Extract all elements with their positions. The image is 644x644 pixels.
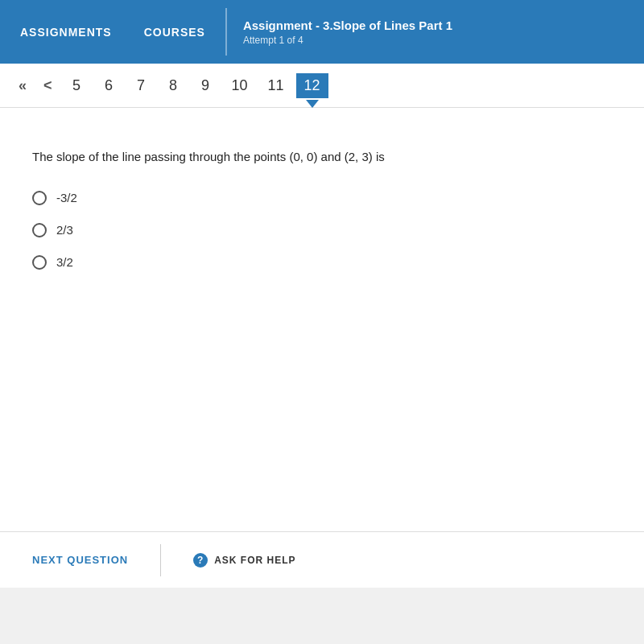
page-10[interactable]: 10 xyxy=(224,73,256,98)
next-question-button[interactable]: NEXT QUESTION xyxy=(0,554,160,566)
help-icon: ? xyxy=(193,553,208,568)
prev-one-button[interactable]: < xyxy=(37,73,59,98)
page-9[interactable]: 9 xyxy=(192,73,220,98)
page-5[interactable]: 5 xyxy=(63,73,91,98)
option-3-label: 3/2 xyxy=(56,255,73,269)
courses-nav[interactable]: COURSES xyxy=(140,18,209,47)
main-content: The slope of the line passing through th… xyxy=(0,108,644,588)
page-11[interactable]: 11 xyxy=(260,73,292,98)
page-7[interactable]: 7 xyxy=(127,73,155,98)
option-1-label: -3/2 xyxy=(56,191,77,204)
radio-circle-1[interactable] xyxy=(32,191,47,205)
option-2[interactable]: 2/3 xyxy=(32,223,612,237)
radio-circle-2[interactable] xyxy=(32,223,47,237)
assignment-title: Assignment - 3.Slope of Lines Part 1 xyxy=(243,19,452,32)
page-6[interactable]: 6 xyxy=(95,73,123,98)
bottom-bar: NEXT QUESTION ? ASK FOR HELP xyxy=(0,531,644,588)
prev-all-button[interactable]: « xyxy=(12,73,33,98)
assignment-info: Assignment - 3.Slope of Lines Part 1 Att… xyxy=(227,0,469,64)
ask-help-label: ASK FOR HELP xyxy=(214,555,295,566)
nav-left-section: ASSIGNMENTS COURSES xyxy=(0,0,225,64)
option-2-label: 2/3 xyxy=(56,223,73,237)
assignments-nav[interactable]: ASSIGNMENTS xyxy=(16,18,116,47)
attempt-label: Attempt 1 of 4 xyxy=(243,35,452,46)
radio-circle-3[interactable] xyxy=(32,255,47,270)
page-8[interactable]: 8 xyxy=(159,73,188,98)
top-navigation: ASSIGNMENTS COURSES Assignment - 3.Slope… xyxy=(0,0,644,64)
page-12-active[interactable]: 12 xyxy=(296,73,328,98)
pagination-bar: « < 5 6 7 8 9 10 11 12 xyxy=(0,64,644,108)
option-3[interactable]: 3/2 xyxy=(32,255,612,270)
ask-for-help-button[interactable]: ? ASK FOR HELP xyxy=(161,553,328,568)
question-text: The slope of the line passing through th… xyxy=(32,148,612,167)
option-1[interactable]: -3/2 xyxy=(32,191,612,205)
